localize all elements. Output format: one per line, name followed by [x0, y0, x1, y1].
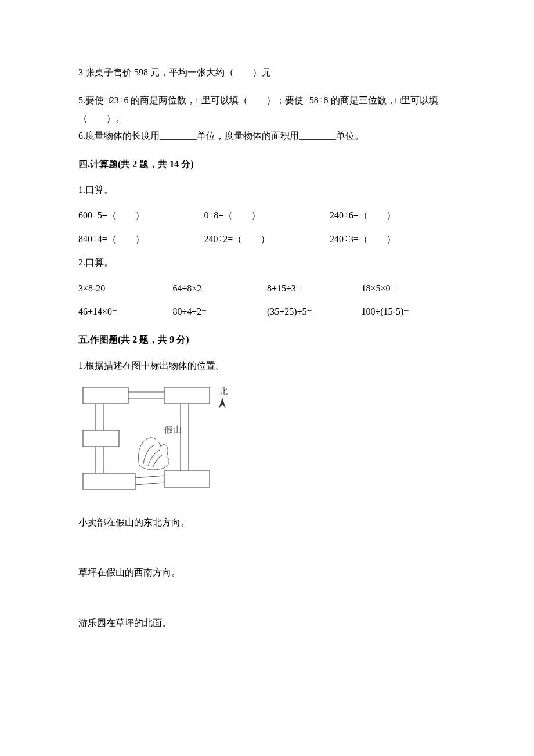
question-pre: 3 张桌子售价 598 元，平均一张大约（ ）元	[78, 64, 456, 81]
section-4-heading: 四.计算题(共 2 题，共 14 分)	[78, 156, 456, 173]
document-page: 3 张桌子售价 598 元，平均一张大约（ ）元 5.要使□23÷6 的商是两位…	[0, 0, 534, 669]
sec4-q2-label: 2.口算。	[78, 254, 456, 271]
calc-cell: 240÷6=（ ）	[330, 207, 455, 224]
question-6: 6.度量物体的长度用________单位，度量物体的面积用________单位。	[78, 127, 456, 145]
svg-line-14	[135, 483, 164, 485]
calc-cell: 18×5×0=	[362, 280, 456, 297]
north-arrow-icon: 北	[219, 387, 228, 408]
question-5-6: 5.要使□23÷6 的商是两位数，□里可以填（ ）；要使□58÷8 的商是三位数…	[78, 92, 456, 145]
sec4-q2-rows: 3×8-20= 64÷8×2= 8+15÷3= 18×5×0= 46+14×0=…	[78, 280, 456, 321]
svg-rect-4	[83, 430, 119, 447]
calc-cell: 240÷3=（ ）	[330, 231, 455, 248]
svg-rect-11	[83, 473, 135, 489]
calc-cell: 600÷5=（ ）	[78, 207, 204, 224]
calc-cell: 840÷4=（ ）	[78, 231, 204, 248]
calc-row: 600÷5=（ ） 0÷8=（ ） 240÷6=（ ）	[78, 207, 456, 224]
calc-cell: 0÷8=（ ）	[204, 207, 329, 224]
svg-rect-12	[164, 471, 210, 487]
svg-marker-15	[219, 398, 226, 408]
calc-cell: (35+25)÷5=	[267, 303, 362, 321]
statement-3: 游乐园在草坪的北面。	[78, 614, 456, 632]
sec5-q1-label: 1.根据描述在图中标出物体的位置。	[78, 357, 456, 375]
statement-1: 小卖部在假山的东北方向。	[78, 514, 456, 531]
sec4-q1-label: 1.口算。	[78, 181, 456, 199]
calc-row: 3×8-20= 64÷8×2= 8+15÷3= 18×5×0=	[78, 280, 456, 297]
calc-cell: 46+14×0=	[78, 303, 173, 321]
section-5-heading: 五.作图题(共 2 题，共 9 分)	[78, 331, 456, 348]
sec4-q1-rows: 600÷5=（ ） 0÷8=（ ） 240÷6=（ ） 840÷4=（ ） 24…	[78, 207, 456, 248]
map-figure: 北 假山	[78, 383, 229, 493]
statement-2: 草坪在假山的西南方向。	[78, 564, 456, 581]
calc-cell: 3×8-20=	[78, 280, 173, 297]
calc-row: 46+14×0= 80÷4÷2= (35+25)÷5= 100÷(15-5)=	[78, 303, 456, 321]
calc-cell: 80÷4÷2=	[173, 303, 268, 321]
calc-cell: 64÷8×2=	[173, 280, 268, 297]
svg-rect-1	[164, 387, 210, 404]
calc-row: 840÷4=（ ） 240÷2=（ ） 240÷3=（ ）	[78, 231, 456, 248]
calc-cell: 240÷2=（ ）	[204, 231, 329, 248]
calc-cell: 8+15÷3=	[267, 280, 362, 297]
svg-line-13	[135, 476, 164, 478]
svg-rect-0	[83, 387, 128, 404]
calc-cell: 100÷(15-5)=	[362, 303, 456, 321]
north-label: 北	[219, 387, 228, 396]
question-5: 5.要使□23÷6 的商是两位数，□里可以填（ ）；要使□58÷8 的商是三位数…	[78, 92, 456, 127]
rockery-label: 假山	[164, 425, 182, 434]
